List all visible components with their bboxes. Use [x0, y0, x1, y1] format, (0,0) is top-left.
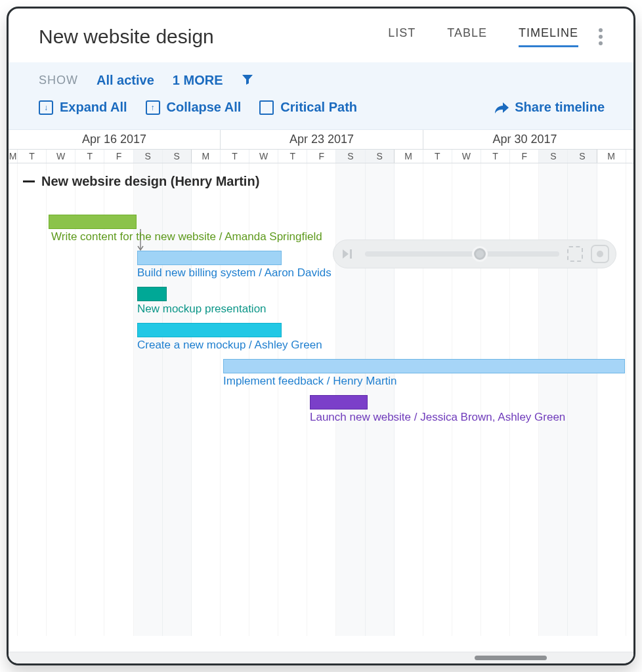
share-timeline-button[interactable]: Share timeline [494, 100, 605, 115]
group-header[interactable]: New websire design (Henry Martin) [23, 174, 259, 189]
show-label: SHOW [39, 74, 78, 87]
day-header: T [278, 150, 307, 163]
day-header: M [597, 150, 626, 163]
collapse-all-button[interactable]: ↑ Collapse All [146, 100, 242, 115]
week-header: Apr 23 2017 [221, 130, 423, 149]
task-label[interactable]: Create a new mockup / Ashley Green [137, 339, 322, 352]
day-header: T [423, 150, 452, 163]
task-label[interactable]: New mockup presentation [137, 303, 267, 316]
fit-screen-icon[interactable] [567, 246, 583, 262]
day-header: S [366, 150, 395, 163]
filter-more[interactable]: 1 MORE [173, 73, 223, 88]
expand-all-label: Expand All [60, 100, 127, 115]
play-icon[interactable] [340, 245, 357, 262]
filter-active[interactable]: All active [96, 73, 154, 88]
day-header: F [510, 150, 539, 163]
day-header: T [18, 150, 47, 163]
task-bar[interactable] [223, 359, 625, 373]
expand-all-button[interactable]: ↓ Expand All [39, 100, 127, 115]
gantt-row: Implement feedback / Henry Martin [9, 359, 633, 395]
task-bar[interactable] [137, 323, 282, 337]
week-header: Apr 30 2017 [423, 130, 626, 149]
day-header: W [47, 150, 75, 163]
gantt-area[interactable]: New websire design (Henry Martin) Write … [9, 163, 633, 636]
collapse-group-icon[interactable] [23, 180, 35, 182]
record-icon[interactable] [591, 245, 609, 263]
task-bar[interactable] [310, 395, 368, 410]
collapse-icon: ↑ [146, 100, 160, 115]
task-label[interactable]: Implement feedback / Henry Martin [223, 375, 397, 388]
task-bar[interactable] [49, 215, 137, 229]
day-header: S [539, 150, 568, 163]
header: New website design LIST TABLE TIMELINE [9, 9, 633, 62]
toolbar: SHOW All active 1 MORE ↓ Expand All ↑ Co… [9, 62, 633, 130]
gantt-row: New mockup presentation [9, 287, 633, 323]
day-header: W [452, 150, 481, 163]
tab-table[interactable]: TABLE [447, 26, 487, 47]
week-header: Apr 16 2017 [9, 130, 221, 149]
day-header: M [395, 150, 423, 163]
task-bar[interactable] [137, 251, 282, 265]
critical-path-label: Critical Path [280, 100, 357, 115]
day-header: T [221, 150, 249, 163]
day-header: F [307, 150, 336, 163]
gantt-row: Create a new mockup / Ashley Green [9, 323, 633, 359]
day-header: S [336, 150, 365, 163]
task-label[interactable]: Write content for the new website / Aman… [51, 230, 322, 243]
day-header: S [134, 150, 163, 163]
day-header: F [104, 150, 133, 163]
day-header: S [568, 150, 597, 163]
scrollbar-thumb[interactable] [475, 656, 547, 660]
app-window: New website design LIST TABLE TIMELINE S… [7, 7, 635, 665]
tab-timeline[interactable]: TIMELINE [519, 26, 578, 47]
gantt-row: Launch new website / Jessica Brown, Ashl… [9, 395, 633, 431]
filter-icon[interactable] [242, 74, 253, 88]
horizontal-scrollbar[interactable] [9, 652, 633, 663]
day-header: M [192, 150, 221, 163]
collapse-all-label: Collapse All [167, 100, 242, 115]
day-header: S [163, 150, 192, 163]
group-title-label: New websire design (Henry Martin) [41, 174, 259, 189]
day-header: M [9, 150, 18, 163]
timeline-playback [333, 240, 616, 268]
timeline-date-header: Apr 16 2017Apr 23 2017Apr 30 2017 MTWTFS… [9, 130, 633, 163]
task-label[interactable]: Launch new website / Jessica Brown, Ashl… [310, 411, 565, 424]
view-tabs: LIST TABLE TIMELINE [388, 26, 578, 47]
tab-list[interactable]: LIST [388, 26, 416, 47]
expand-icon: ↓ [39, 100, 53, 115]
page-title: New website design [39, 26, 388, 48]
more-menu-icon[interactable] [591, 28, 610, 45]
share-icon [494, 102, 508, 114]
critical-path-toggle[interactable]: Critical Path [259, 100, 357, 115]
playback-thumb[interactable] [472, 246, 488, 262]
task-bar[interactable] [137, 287, 167, 301]
day-header: T [481, 150, 510, 163]
checkbox-icon [259, 100, 274, 115]
task-label[interactable]: Build new billing system / Aaron Davids [137, 266, 332, 280]
playback-slider[interactable] [365, 251, 559, 257]
day-header: T [75, 150, 104, 163]
share-timeline-label: Share timeline [515, 100, 605, 115]
day-header: W [249, 150, 278, 163]
